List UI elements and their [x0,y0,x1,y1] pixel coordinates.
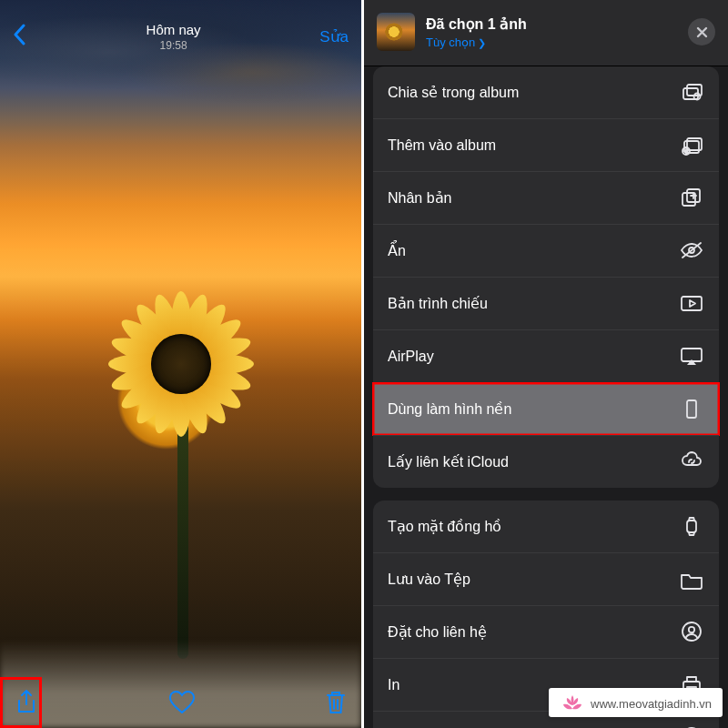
sheet-header: Đã chọn 1 ảnh Tùy chọn❯ [364,0,728,66]
back-button[interactable] [13,23,27,50]
title-text: Hôm nay [147,22,201,37]
action-slideshow[interactable]: Bản trình chiếu [373,277,719,329]
action-label: Bản trình chiếu [388,295,488,312]
cloud-link-icon [679,450,704,473]
action-cloud-link[interactable]: Lấy liên kết iCloud [373,435,719,488]
share-sheet-pane: Đã chọn 1 ảnh Tùy chọn❯ Chia sẻ trong al… [364,0,728,728]
thumbnail [377,13,415,51]
action-label: Dùng làm hình nền [388,400,511,418]
heart-icon[interactable] [168,690,196,715]
airplay-icon [679,345,704,368]
share-sheet: Đã chọn 1 ảnh Tùy chọn❯ Chia sẻ trong al… [364,0,728,728]
watch-icon [679,515,704,538]
wallpaper-icon [679,398,704,420]
action-album-add[interactable]: Thêm vào album [373,118,719,171]
svg-rect-10 [682,349,702,361]
options-button[interactable]: Tùy chọn❯ [426,35,527,49]
action-airplay[interactable]: AirPlay [373,329,719,382]
action-label: Đặt cho liên hệ [388,623,487,641]
album-add-icon [679,134,704,157]
svg-point-14 [689,627,694,632]
close-button[interactable] [688,18,715,46]
action-label: Tạo mặt đồng hồ [388,518,501,535]
action-label: Thêm vào album [388,137,496,154]
chevron-right-icon: ❯ [478,37,486,48]
action-contact[interactable]: Đặt cho liên hệ [373,605,719,658]
album-share-icon [679,81,704,104]
edit-button[interactable]: Sửa [319,27,349,46]
lotus-icon [560,693,585,713]
options-label: Tùy chọn [426,35,475,49]
action-label: In [388,677,399,693]
action-duplicate[interactable]: Nhân bản [373,171,719,224]
top-bar: Hôm nay 19:58 Sửa [0,0,361,64]
watermark: www.meovatgiadinh.vn [549,688,723,717]
action-label: Lấy liên kết iCloud [388,453,509,470]
watermark-text: www.meovatgiadinh.vn [591,697,712,711]
svg-rect-11 [687,400,696,418]
title: Hôm nay 19:58 [147,22,201,52]
folder-icon [679,568,704,591]
action-hide[interactable]: Ẩn [373,224,719,277]
action-folder[interactable]: Lưu vào Tệp [373,552,719,605]
action-label: Chia sẻ trong album [388,84,519,101]
action-label: Lưu vào Tệp [388,571,470,588]
svg-rect-12 [687,521,696,532]
actions-list: Chia sẻ trong albumThêm vào albumNhân bả… [364,66,728,728]
decorative [108,291,254,437]
title-time: 19:58 [147,39,201,52]
action-label: Ẩn [388,242,406,259]
slideshow-icon [679,292,704,315]
action-label: Nhân bản [388,189,452,207]
selection-title: Đã chọn 1 ảnh [426,15,527,33]
action-label: AirPlay [388,349,434,365]
action-watch[interactable]: Tạo mặt đồng hồ [373,500,719,552]
action-album-share[interactable]: Chia sẻ trong album [373,66,719,118]
highlight-share [0,677,42,728]
action-group: Chia sẻ trong albumThêm vào albumNhân bả… [373,66,719,488]
svg-rect-16 [687,677,696,682]
action-wallpaper[interactable]: Dùng làm hình nền [373,382,719,435]
bottom-bar [0,677,361,728]
photo-viewer: Hôm nay 19:58 Sửa [0,0,364,728]
svg-rect-9 [682,297,702,310]
decorative [177,422,188,659]
trash-icon[interactable] [325,690,347,715]
hide-icon [679,239,704,262]
contact-icon [679,621,704,643]
duplicate-icon [679,187,704,209]
